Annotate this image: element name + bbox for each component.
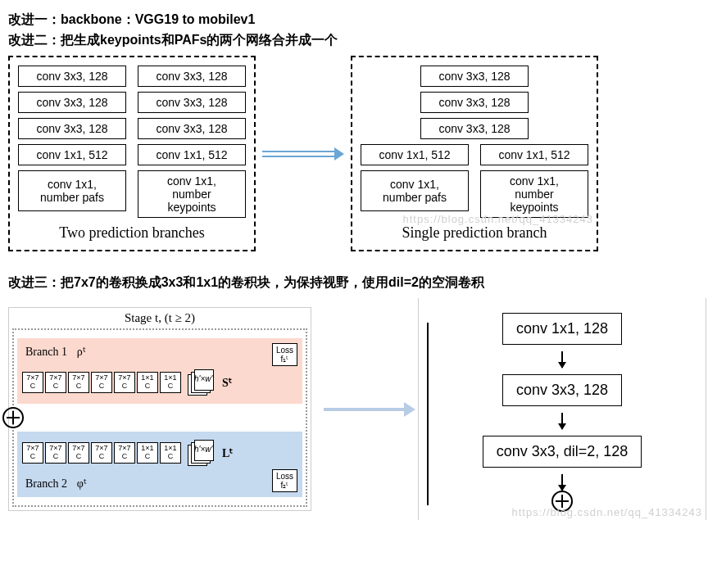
feature-stack-icon: h'×w' (188, 369, 216, 396)
heading-1: 改进一：backbone：VGG19 to mobilev1 (8, 11, 708, 29)
conv-block-pafs: conv 1x1,number pafs (18, 170, 126, 211)
conv-1x1: 1×1C (137, 442, 158, 464)
watermark-text: https://blog.csdn.net/qq_41334243 (512, 506, 703, 518)
conv-block: conv 3x3, 128 (420, 92, 529, 113)
arrow-icon (324, 408, 406, 411)
conv-block: conv 3x3, 128 (138, 92, 246, 113)
conv-7x7: 7×7C (68, 442, 89, 464)
heading-3: 改进三：把7x7的卷积换成3x3和1x1的卷积块，为保持视野，使用dil=2的空… (8, 274, 708, 292)
stage-title: Stage t, (t ≥ 2) (12, 311, 307, 325)
conv-block: conv 3x3, 128 (420, 66, 529, 87)
conv-1x1: 1×1C (160, 372, 181, 393)
conv-7x7: 7×7C (91, 372, 112, 393)
conv-block: conv 1x1, 512 (361, 144, 469, 165)
watermark-text: https://blog.csdn.net/qq_41334243 (403, 213, 594, 225)
flow-block-2: conv 3x3, 128 (502, 374, 622, 406)
conv-7x7: 7×7C (22, 372, 43, 393)
two-branches-left-col: conv 3x3, 128 conv 3x3, 128 conv 3x3, 12… (18, 66, 126, 218)
branch-2-label: Branch 2 (25, 477, 67, 491)
heading-2: 改进二：把生成keypoints和PAFs的两个网络合并成一个 (8, 32, 708, 49)
conv-block-pafs: conv 1x1,number pafs (361, 170, 469, 211)
conv-block: conv 1x1, 512 (138, 144, 246, 165)
conv-block: conv 3x3, 128 (18, 118, 126, 139)
conv-block: conv 3x3, 128 (18, 92, 126, 113)
conv-block-keypoints: conv 1x1,numberkeypoints (480, 170, 588, 218)
branch-1-label: Branch 1 (25, 346, 67, 359)
conv-7x7: 7×7C (22, 442, 43, 464)
flow-arrow-icon (561, 413, 563, 429)
flow-block-3: conv 3x3, dil=2, 128 (483, 436, 642, 468)
conv-1x1: 1×1C (137, 372, 158, 393)
conv-block: conv 3x3, 128 (420, 118, 529, 139)
branch-2-symbol: φᵗ (77, 477, 87, 491)
flow-diagram: conv 1x1, 128 conv 3x3, 128 conv 3x3, di… (418, 298, 706, 520)
diagram-row-1: conv 3x3, 128 conv 3x3, 128 conv 3x3, 12… (8, 56, 708, 251)
loss-box-1: Lossf₁ᵗ (272, 343, 297, 366)
flow-block-1: conv 1x1, 128 (502, 313, 622, 345)
conv-7x7: 7×7C (45, 442, 66, 464)
dim-label: h'×w' (194, 445, 212, 454)
two-branches-caption: Two prediction branches (18, 224, 246, 242)
conv-7x7: 7×7C (45, 372, 66, 393)
conv-7x7: 7×7C (91, 442, 112, 464)
diagram-row-2: Stage t, (t ≥ 2) Branch 1 ρᵗ Lossf₁ᵗ 7×7… (8, 298, 708, 520)
conv-block: conv 3x3, 128 (18, 66, 126, 87)
branch-1-symbol: ρᵗ (77, 345, 86, 359)
output-l: Lᵗ (222, 446, 233, 460)
dim-label: h'×w' (194, 374, 212, 383)
conv-block-keypoints: conv 1x1,numberkeypoints (138, 170, 246, 218)
conv-7x7: 7×7C (114, 372, 135, 393)
single-branch-caption: Single prediction branch (361, 224, 588, 242)
stage-diagram: Stage t, (t ≥ 2) Branch 1 ρᵗ Lossf₁ᵗ 7×7… (8, 307, 311, 511)
conv-block: conv 1x1, 512 (18, 144, 126, 165)
loss-box-2: Lossf₂ᵗ (272, 469, 297, 492)
conv-block: conv 3x3, 128 (138, 66, 246, 87)
plus-circle-icon (2, 407, 24, 428)
arrow-icon (262, 151, 344, 157)
branch-2: 7×7C 7×7C 7×7C 7×7C 7×7C 1×1C 1×1C h'×w'… (17, 432, 302, 497)
conv-block: conv 3x3, 128 (138, 118, 246, 139)
conv-7x7: 7×7C (68, 372, 89, 393)
two-branches-box: conv 3x3, 128 conv 3x3, 128 conv 3x3, 12… (8, 56, 256, 251)
single-branch-box: conv 3x3, 128 conv 3x3, 128 conv 3x3, 12… (351, 56, 598, 251)
conv-1x1: 1×1C (160, 442, 181, 464)
output-s: Sᵗ (222, 376, 232, 390)
flow-arrow-icon (561, 474, 563, 491)
conv-block: conv 1x1, 512 (480, 144, 588, 165)
flow-arrow-icon (561, 351, 563, 368)
two-branches-right-col: conv 3x3, 128 conv 3x3, 128 conv 3x3, 12… (138, 66, 246, 218)
conv-7x7: 7×7C (114, 442, 135, 464)
branch-1: Branch 1 ρᵗ Lossf₁ᵗ 7×7C 7×7C 7×7C 7×7C … (17, 338, 302, 404)
feature-stack-icon: h'×w' (188, 440, 216, 466)
